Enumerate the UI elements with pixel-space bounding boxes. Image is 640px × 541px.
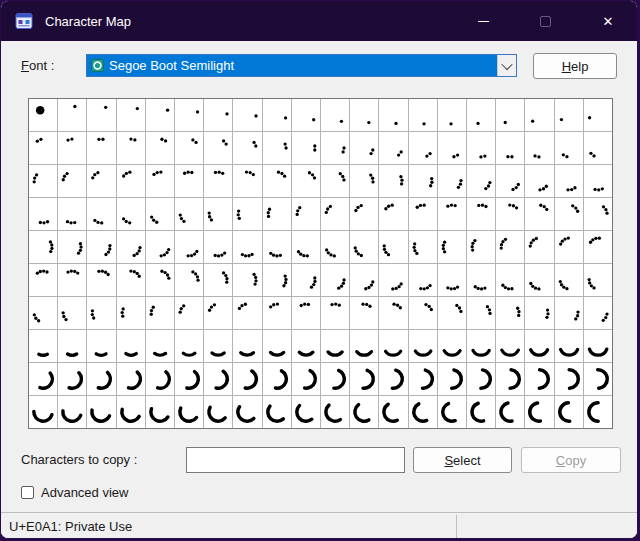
char-cell[interactable] — [233, 198, 261, 230]
char-cell[interactable] — [204, 330, 232, 362]
char-cell[interactable] — [350, 297, 378, 329]
char-cell[interactable] — [321, 165, 349, 197]
char-cell[interactable] — [409, 264, 437, 296]
char-cell[interactable] — [233, 99, 261, 131]
char-cell[interactable] — [87, 264, 115, 296]
char-cell[interactable] — [233, 330, 261, 362]
char-cell[interactable] — [292, 198, 320, 230]
char-cell[interactable] — [525, 363, 553, 395]
char-cell[interactable] — [584, 99, 612, 131]
char-cell[interactable] — [379, 297, 407, 329]
char-cell[interactable] — [146, 198, 174, 230]
char-cell[interactable] — [496, 198, 524, 230]
char-cell[interactable] — [263, 297, 291, 329]
char-cell[interactable] — [175, 165, 203, 197]
char-cell[interactable] — [584, 198, 612, 230]
char-cell[interactable] — [117, 363, 145, 395]
char-cell[interactable] — [175, 231, 203, 263]
char-cell[interactable] — [379, 198, 407, 230]
char-cell[interactable] — [496, 264, 524, 296]
char-cell[interactable] — [87, 231, 115, 263]
char-cell[interactable] — [87, 132, 115, 164]
char-cell[interactable] — [350, 198, 378, 230]
char-cell[interactable] — [379, 330, 407, 362]
char-cell[interactable] — [321, 396, 349, 428]
char-cell[interactable] — [29, 165, 57, 197]
char-cell[interactable] — [409, 297, 437, 329]
char-cell[interactable] — [409, 198, 437, 230]
char-cell[interactable] — [409, 330, 437, 362]
char-cell[interactable] — [263, 165, 291, 197]
char-cell[interactable] — [117, 264, 145, 296]
char-cell[interactable] — [175, 132, 203, 164]
char-cell[interactable] — [58, 132, 86, 164]
char-cell[interactable] — [350, 132, 378, 164]
char-cell[interactable] — [29, 330, 57, 362]
char-cell[interactable] — [204, 99, 232, 131]
char-cell[interactable] — [58, 165, 86, 197]
char-cell[interactable] — [29, 297, 57, 329]
char-cell[interactable] — [350, 165, 378, 197]
char-cell[interactable] — [321, 363, 349, 395]
char-cell[interactable] — [496, 132, 524, 164]
char-cell[interactable] — [263, 198, 291, 230]
char-cell[interactable] — [409, 165, 437, 197]
char-cell[interactable] — [204, 363, 232, 395]
char-cell[interactable] — [496, 99, 524, 131]
char-cell[interactable] — [467, 330, 495, 362]
char-cell[interactable] — [146, 297, 174, 329]
char-cell[interactable] — [117, 396, 145, 428]
char-cell[interactable] — [438, 264, 466, 296]
char-cell[interactable] — [555, 396, 583, 428]
char-cell[interactable] — [292, 132, 320, 164]
char-cell[interactable] — [204, 198, 232, 230]
char-cell[interactable] — [175, 297, 203, 329]
char-cell[interactable] — [555, 264, 583, 296]
char-cell[interactable] — [175, 330, 203, 362]
char-cell[interactable] — [525, 99, 553, 131]
char-cell[interactable] — [584, 396, 612, 428]
char-cell[interactable] — [321, 99, 349, 131]
char-cell[interactable] — [584, 231, 612, 263]
combo-dropdown-button[interactable] — [497, 55, 516, 76]
char-cell[interactable] — [87, 396, 115, 428]
char-cell[interactable] — [58, 363, 86, 395]
copy-input[interactable] — [186, 447, 405, 473]
char-cell[interactable] — [379, 264, 407, 296]
char-cell[interactable] — [555, 231, 583, 263]
char-cell[interactable] — [146, 132, 174, 164]
char-cell[interactable] — [438, 165, 466, 197]
char-cell[interactable] — [555, 132, 583, 164]
char-cell[interactable] — [496, 330, 524, 362]
char-cell[interactable] — [438, 363, 466, 395]
char-cell[interactable] — [438, 198, 466, 230]
char-cell[interactable] — [204, 396, 232, 428]
char-cell[interactable] — [584, 363, 612, 395]
char-cell[interactable] — [292, 264, 320, 296]
char-cell[interactable] — [467, 297, 495, 329]
char-cell[interactable] — [496, 363, 524, 395]
char-cell[interactable] — [467, 99, 495, 131]
char-cell[interactable] — [87, 99, 115, 131]
char-cell[interactable] — [233, 132, 261, 164]
char-cell[interactable] — [58, 396, 86, 428]
char-cell[interactable] — [292, 396, 320, 428]
char-cell[interactable] — [350, 396, 378, 428]
char-cell[interactable] — [292, 99, 320, 131]
char-cell[interactable] — [117, 231, 145, 263]
char-cell[interactable] — [409, 132, 437, 164]
char-cell[interactable] — [467, 198, 495, 230]
char-cell[interactable] — [555, 363, 583, 395]
char-cell[interactable] — [117, 330, 145, 362]
char-cell[interactable] — [379, 165, 407, 197]
char-cell[interactable] — [438, 132, 466, 164]
char-cell[interactable] — [379, 231, 407, 263]
char-cell[interactable] — [263, 231, 291, 263]
char-cell[interactable] — [117, 165, 145, 197]
char-cell[interactable] — [525, 198, 553, 230]
char-cell[interactable] — [350, 363, 378, 395]
char-cell[interactable] — [175, 198, 203, 230]
char-cell[interactable] — [117, 132, 145, 164]
char-cell[interactable] — [555, 99, 583, 131]
maximize-button[interactable] — [522, 1, 568, 41]
